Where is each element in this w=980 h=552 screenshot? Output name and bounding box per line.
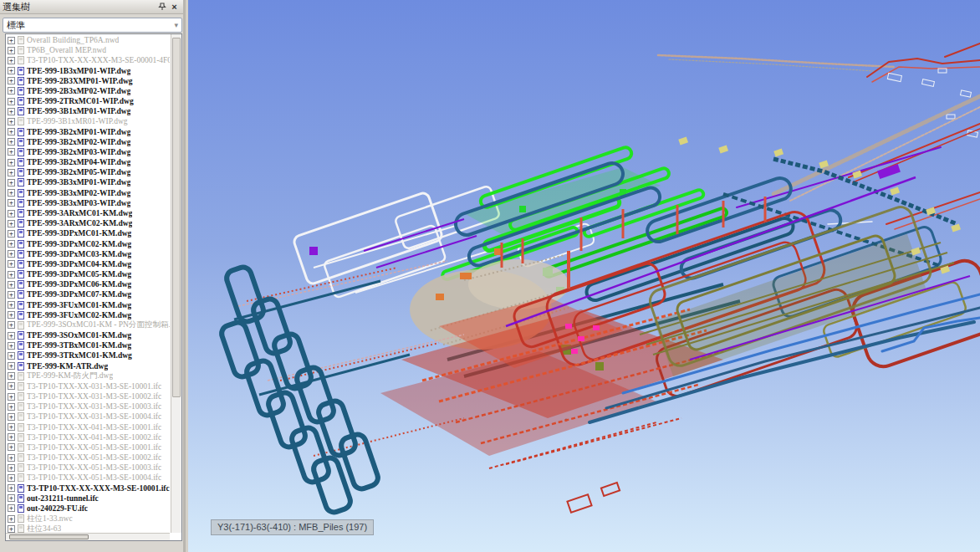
tree-item[interactable]: + T3-TP10-TXX-XX-031-M3-SE-10003.ifc — [8, 401, 170, 411]
tree-item[interactable]: + TPE-999-3DPxMC06-KM.dwg — [8, 279, 170, 289]
expand-plus-icon[interactable]: + — [8, 372, 15, 380]
expand-plus-icon[interactable]: + — [8, 443, 15, 451]
selection-set-dropdown[interactable]: 標準 ▾ — [3, 18, 182, 33]
expand-plus-icon[interactable]: + — [8, 260, 15, 268]
tree-item[interactable]: + T3-TP10-TXX-XX-041-M3-SE-10002.ifc — [8, 432, 170, 442]
tree-item[interactable]: + 柱位1-33.nwc — [8, 514, 170, 524]
3d-viewport[interactable]: Y3(-171)-63(-410) : MFB_Piles (197) — [188, 0, 980, 552]
tree-item[interactable]: + out-231211-tunnel.ifc — [8, 493, 170, 503]
tree-item[interactable]: + T3-TP10-TXX-XX-051-M3-SE-10001.ifc — [8, 442, 170, 452]
tree-item[interactable]: + T3-TP10-TXX-XX-051-M3-SE-10003.ifc — [8, 463, 170, 473]
expand-plus-icon[interactable]: + — [8, 474, 15, 482]
expand-plus-icon[interactable]: + — [8, 220, 15, 227]
expand-plus-icon[interactable]: + — [8, 98, 15, 105]
expand-plus-icon[interactable]: + — [8, 403, 15, 411]
expand-plus-icon[interactable]: + — [8, 108, 15, 115]
tree-item[interactable]: + T3-TP10-TXX-XX-041-M3-SE-10001.ifc — [8, 422, 170, 432]
expand-plus-icon[interactable]: + — [8, 484, 15, 492]
expand-plus-icon[interactable]: + — [8, 47, 15, 54]
expand-plus-icon[interactable]: + — [8, 332, 15, 340]
horizontal-scrollbar-thumb[interactable] — [9, 534, 89, 539]
expand-plus-icon[interactable]: + — [8, 199, 15, 207]
expand-plus-icon[interactable]: + — [8, 210, 15, 217]
expand-plus-icon[interactable]: + — [8, 240, 15, 248]
tree-item[interactable]: + TPE-999-1B3xMP01-WIP.dwg — [8, 66, 170, 76]
expand-plus-icon[interactable]: + — [8, 128, 15, 135]
tree-item[interactable]: + TPE-999-3B1xMP01-WIP.dwg — [8, 106, 170, 116]
expand-plus-icon[interactable]: + — [8, 57, 15, 64]
tree-item[interactable]: + TPE-999-3B3xMP01-WIP.dwg — [8, 177, 170, 187]
tree-item[interactable]: + TPE-999-3FUxMC02-KM.dwg — [8, 310, 170, 320]
expand-plus-icon[interactable]: + — [8, 230, 15, 238]
tree-item[interactable]: + TPE-999-3SOxMC01-KM.dwg — [8, 330, 170, 340]
expand-plus-icon[interactable]: + — [8, 291, 15, 299]
expand-plus-icon[interactable]: + — [8, 382, 15, 390]
expand-plus-icon[interactable]: + — [8, 525, 15, 533]
expand-plus-icon[interactable]: + — [8, 393, 15, 401]
expand-plus-icon[interactable]: + — [8, 271, 15, 279]
expand-plus-icon[interactable]: + — [8, 281, 15, 289]
panel-titlebar[interactable]: 選集樹 × — [0, 0, 183, 14]
horizontal-scrollbar[interactable] — [6, 533, 170, 540]
expand-plus-icon[interactable]: + — [8, 67, 15, 74]
tree-item[interactable]: + TPE-999-3B2xMP03-WIP.dwg — [8, 147, 170, 157]
expand-plus-icon[interactable]: + — [8, 433, 15, 441]
expand-plus-icon[interactable]: + — [8, 118, 15, 125]
expand-plus-icon[interactable]: + — [8, 423, 15, 431]
tree-item[interactable]: + TPE-999-3SOxMC01-KM - PN分面控制箱.d — [8, 320, 170, 330]
tree-item[interactable]: + T3-TP10-TXX-XX-031-M3-SE-10004.ifc — [8, 411, 170, 422]
tree-item[interactable]: + TPE-999-3DPxMC05-KM.dwg — [8, 269, 170, 279]
tree-item[interactable]: + TPE-999-3B3xMP02-WIP.dwg — [8, 188, 170, 198]
expand-plus-icon[interactable]: + — [8, 352, 15, 360]
expand-plus-icon[interactable]: + — [8, 138, 15, 146]
tree-item[interactable]: + Overall Building_TP6A.nwd — [8, 35, 170, 45]
expand-plus-icon[interactable]: + — [8, 77, 15, 84]
expand-plus-icon[interactable]: + — [8, 250, 15, 258]
vertical-scrollbar[interactable] — [171, 34, 181, 533]
tree-item[interactable]: + TPE-999-2TRxMC01-WIP.dwg — [8, 96, 170, 106]
model-scene[interactable] — [188, 0, 980, 552]
tree-item[interactable]: + T3-TP10-TXX-XX-XXX-M3-SE-00001-4F01 — [8, 55, 170, 65]
tree-item[interactable]: + TPE-999-3B2xMP05-WIP.dwg — [8, 167, 170, 177]
tree-item[interactable]: + TPE-999-3ARxMC02-KM.dwg — [8, 218, 170, 228]
tree-item[interactable]: + T3-TP10-TXX-XX-051-M3-SE-10004.ifc — [8, 473, 170, 483]
expand-plus-icon[interactable]: + — [8, 464, 15, 472]
tree-item[interactable]: + TPE-999-3TRxMC01-KM.dwg — [8, 350, 170, 360]
tree-item[interactable]: + T3-TP10-TXX-XX-031-M3-SE-10002.ifc — [8, 391, 170, 401]
tree-item[interactable]: + TPE-999-KM-ATR.dwg — [8, 361, 170, 371]
expand-plus-icon[interactable]: + — [8, 413, 15, 421]
tree-item[interactable]: + TPE-999-3B1xMR01-WIP.dwg — [8, 116, 170, 126]
close-icon[interactable]: × — [168, 2, 181, 13]
tree-item[interactable]: + TPE-999-3DPxMC01-KM.dwg — [8, 228, 170, 238]
expand-plus-icon[interactable]: + — [8, 311, 15, 319]
expand-plus-icon[interactable]: + — [8, 87, 15, 95]
tree-item[interactable]: + TPE-999-3DPxMC07-KM.dwg — [8, 289, 170, 299]
tree-item[interactable]: + TPE-999-3DPxMC02-KM.dwg — [8, 238, 170, 248]
tree-item[interactable]: + TPE-999-2B3XMP01-WIP.dwg — [8, 76, 170, 86]
expand-plus-icon[interactable]: + — [8, 159, 15, 166]
expand-plus-icon[interactable]: + — [8, 454, 15, 462]
expand-plus-icon[interactable]: + — [8, 342, 15, 350]
expand-plus-icon[interactable]: + — [8, 169, 15, 176]
tree-item[interactable]: + TPE-999-3B2xMP02-WIP.dwg — [8, 137, 170, 147]
tree-item[interactable]: + T3-TP10-TXX-XX-031-M3-SE-10001.ifc — [8, 381, 170, 391]
expand-plus-icon[interactable]: + — [8, 494, 15, 502]
tree-item[interactable]: + TPE-999-3DPxMC04-KM.dwg — [8, 259, 170, 269]
expand-plus-icon[interactable]: + — [8, 515, 15, 523]
tree-item[interactable]: + TPE-999-3B3xMP03-WIP.dwg — [8, 198, 170, 208]
expand-plus-icon[interactable]: + — [8, 189, 15, 197]
expand-plus-icon[interactable]: + — [8, 504, 15, 512]
tree-item[interactable]: + 柱位34-63 — [8, 524, 170, 533]
tree-item[interactable]: + TPE-999-3TBxMC01-KM.dwg — [8, 340, 170, 350]
tree-item[interactable]: + out-240229-FU.ifc — [8, 503, 170, 514]
expand-plus-icon[interactable]: + — [8, 321, 15, 329]
tree-item[interactable]: + T3-TP10-TXX-XX-XXX-M3-SE-10001.ifc — [8, 483, 170, 493]
vertical-scrollbar-thumb[interactable] — [172, 38, 181, 397]
pin-icon[interactable] — [156, 2, 168, 13]
tree-item[interactable]: + TP6B_Overall MEP.nwd — [8, 45, 170, 55]
tree-item[interactable]: + TPE-999-3B2xMP01-WIP.dwg — [8, 127, 170, 137]
tree-item[interactable]: + TPE-999-3ARxMC01-KM.dwg — [8, 208, 170, 218]
expand-plus-icon[interactable]: + — [8, 179, 15, 187]
expand-plus-icon[interactable]: + — [8, 362, 15, 370]
tree-item[interactable]: + T3-TP10-TXX-XX-051-M3-SE-10002.ifc — [8, 452, 170, 463]
